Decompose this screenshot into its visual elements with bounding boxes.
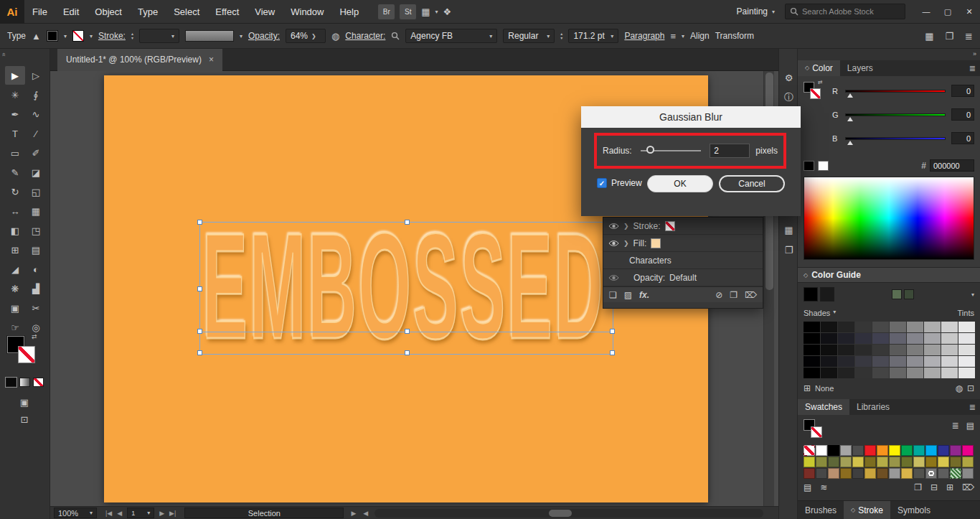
swatch[interactable] (950, 457, 961, 467)
tool-paintbrush[interactable]: ✐ (26, 144, 46, 162)
guide-swatch[interactable] (941, 356, 958, 367)
guide-swatch[interactable] (890, 368, 906, 378)
guide-swatch[interactable] (821, 368, 837, 378)
guide-swatch[interactable] (804, 368, 820, 378)
dock-collapse-icon[interactable]: » (973, 50, 976, 57)
font-size-stepper[interactable]: ▴▾ (560, 32, 562, 40)
swatch[interactable] (877, 468, 888, 479)
guide-swatch[interactable] (872, 322, 889, 332)
swatch[interactable] (804, 468, 815, 479)
tool-hand[interactable]: ☞ (5, 318, 25, 337)
guide-swatch[interactable] (872, 333, 889, 344)
visibility-eye-icon[interactable] (608, 240, 619, 247)
drawing-modes-icon[interactable]: ▣ (16, 395, 33, 409)
channel-g-value[interactable]: 0 (951, 108, 974, 121)
swatch-options-icon[interactable]: ❐ (914, 482, 922, 492)
tool-rotate[interactable]: ↻ (5, 182, 25, 201)
gradient-mode-button[interactable] (19, 378, 30, 387)
handle-bottom-right[interactable] (610, 350, 615, 355)
menu-view[interactable]: View (247, 0, 283, 24)
swatch[interactable] (938, 468, 949, 479)
guide-swatch[interactable] (804, 322, 820, 332)
zoom-select[interactable]: 100% ▾ (54, 508, 97, 518)
tool-eyedropper[interactable]: ◢ (5, 260, 25, 279)
tab-layers[interactable]: Layers (840, 60, 880, 76)
menu-effect[interactable]: Effect (207, 0, 247, 24)
stroke-weight-field[interactable]: ▾ (139, 29, 179, 43)
expand-chevron-icon[interactable]: ❯ (623, 223, 629, 230)
swatch[interactable] (877, 457, 888, 467)
guide-swatch[interactable] (804, 345, 820, 355)
menu-help[interactable]: Help (331, 0, 367, 24)
handle-baseline-left[interactable] (197, 329, 202, 334)
thumbnail-view-icon[interactable]: ▤ (966, 421, 974, 431)
guide-swatch[interactable] (838, 345, 854, 355)
swatches-panel-menu-icon[interactable]: ≣ (969, 403, 976, 412)
last-artboard-icon[interactable]: ▶| (169, 510, 176, 517)
stroke-color-swatch[interactable] (72, 30, 84, 42)
appearance-stroke-row[interactable]: ❯ Stroke: (603, 218, 763, 235)
guide-swatch[interactable] (821, 333, 837, 344)
handle-baseline-right[interactable] (610, 329, 615, 334)
status-flyout-icon[interactable]: ▶ (351, 510, 356, 517)
info-panel-icon[interactable]: ⓘ (779, 89, 798, 106)
appearance-fill-row[interactable]: ❯ Fill: (603, 235, 763, 252)
swatch[interactable] (852, 445, 864, 456)
guide-swatch[interactable] (941, 322, 958, 332)
tool-direct-selection[interactable]: ▷ (26, 66, 46, 85)
swatch[interactable] (864, 457, 876, 467)
selection-bounding-box[interactable] (199, 222, 613, 355)
transform-panel-icon[interactable]: ▦ (779, 221, 798, 238)
swatch[interactable] (913, 457, 925, 467)
stock-icon[interactable]: St (400, 4, 416, 19)
swatch[interactable] (950, 468, 961, 479)
next-artboard-icon[interactable]: ▶ (159, 510, 164, 517)
duplicate-item-icon[interactable]: ❐ (730, 290, 738, 300)
stack-icon[interactable]: ❐ (945, 31, 953, 42)
swatch[interactable] (889, 457, 900, 467)
tool-magic-wand[interactable]: ✳ (5, 85, 25, 104)
guide-swatch[interactable] (924, 333, 941, 344)
tool-selection[interactable]: ▶ (5, 66, 25, 85)
panel-menu-icon[interactable]: ≣ (965, 31, 973, 42)
recolor-artwork-icon[interactable]: ◍ (331, 31, 339, 42)
radius-slider[interactable] (641, 150, 702, 151)
new-effect-icon[interactable]: fx. (639, 290, 649, 300)
appearance-characters-row[interactable]: Characters (603, 252, 763, 269)
tool-scale[interactable]: ◱ (26, 182, 46, 201)
paragraph-chevron-icon[interactable]: ▾ (682, 33, 684, 39)
guide-swatch[interactable] (924, 368, 941, 378)
appearance-stroke-swatch[interactable] (665, 221, 675, 231)
swatch[interactable] (816, 445, 827, 456)
guide-swatch[interactable] (958, 333, 975, 344)
hscroll-left-icon[interactable]: ◀ (363, 510, 368, 517)
handle-top-left[interactable] (197, 220, 202, 225)
first-artboard-icon[interactable]: |◀ (105, 510, 112, 517)
guide-swatch[interactable] (941, 368, 958, 378)
guide-swatch[interactable] (855, 333, 872, 344)
none-mode-button[interactable] (33, 378, 44, 387)
tool-width[interactable]: ↔ (5, 202, 25, 220)
clear-appearance-icon[interactable]: ⊘ (715, 290, 722, 300)
guide-swatch[interactable] (838, 333, 854, 344)
guide-swatch[interactable] (924, 345, 941, 355)
base-color-swatch[interactable] (820, 287, 834, 301)
swatch-group-icon[interactable]: ⊞ (804, 383, 811, 393)
swatch[interactable] (901, 457, 913, 467)
cancel-button[interactable]: Cancel (719, 175, 785, 192)
guide-swatch[interactable] (855, 345, 872, 355)
white-swatch[interactable] (818, 161, 829, 171)
tool-free-transform[interactable]: ▦ (26, 202, 46, 220)
swatch[interactable] (828, 468, 839, 479)
swatch[interactable] (840, 468, 852, 479)
minimize-button[interactable]: — (915, 0, 937, 24)
menu-edit[interactable]: Edit (55, 0, 87, 24)
opacity-row-value[interactable]: Default (669, 273, 697, 283)
stroke-chevron-icon[interactable]: ▾ (90, 33, 93, 39)
menu-window[interactable]: Window (283, 0, 331, 24)
edit-colors-icon[interactable]: ◍ (955, 383, 962, 393)
channel-r-value[interactable]: 0 (951, 85, 974, 97)
close-button[interactable]: ✕ (958, 0, 980, 24)
toolbar-collapse-icon[interactable]: » (0, 52, 7, 56)
fill-chevron-icon[interactable]: ▾ (64, 33, 67, 39)
